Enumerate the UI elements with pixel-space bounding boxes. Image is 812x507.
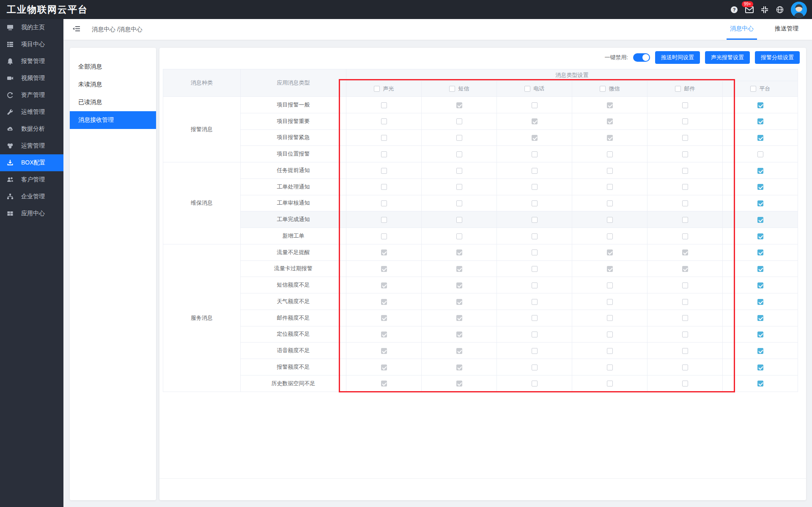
checkbox-checked[interactable] [757, 200, 763, 206]
checkbox-checked-disabled[interactable] [381, 332, 387, 337]
sidebar-item-12[interactable]: 应用中心 [0, 205, 63, 222]
checkbox-checked[interactable] [757, 118, 763, 124]
checkbox-unchecked[interactable] [381, 168, 387, 174]
sidebar-item-5[interactable]: 资产管理 [0, 87, 63, 104]
checkbox-unchecked[interactable] [532, 249, 538, 255]
checkbox-checked-disabled[interactable] [381, 282, 387, 288]
checkbox-checked[interactable] [757, 184, 763, 190]
sidebar-item-9[interactable]: BOX配置 [0, 154, 63, 171]
checkbox-unchecked[interactable] [607, 233, 613, 239]
checkbox-unchecked[interactable] [381, 135, 387, 141]
checkbox-unchecked[interactable] [532, 348, 538, 354]
checkbox-checked[interactable] [757, 135, 763, 141]
tab-2[interactable]: 推送管理 [771, 19, 802, 40]
checkbox-unchecked[interactable] [675, 86, 681, 92]
checkbox-unchecked[interactable] [607, 299, 613, 305]
checkbox-checked[interactable] [757, 332, 763, 337]
sidebar-item-10[interactable]: 客户管理 [0, 171, 63, 188]
checkbox-unchecked[interactable] [682, 118, 688, 124]
sidebar-item-6[interactable]: 运维管理 [0, 104, 63, 121]
checkbox-unchecked[interactable] [456, 184, 462, 190]
checkbox-checked-disabled[interactable] [456, 315, 462, 321]
checkbox-checked-disabled[interactable] [682, 249, 688, 255]
checkbox-checked[interactable] [757, 217, 763, 223]
sidebar-item-2[interactable]: 项目中心 [0, 36, 63, 53]
checkbox-unchecked[interactable] [532, 168, 538, 174]
checkbox-checked[interactable] [757, 282, 763, 288]
checkbox-unchecked[interactable] [682, 200, 688, 206]
checkbox-checked-disabled[interactable] [381, 266, 387, 272]
checkbox-unchecked[interactable] [532, 364, 538, 370]
checkbox-checked-disabled[interactable] [607, 118, 613, 124]
checkbox-unchecked[interactable] [607, 315, 613, 321]
checkbox-checked-disabled[interactable] [456, 364, 462, 370]
checkbox-unchecked[interactable] [374, 86, 380, 92]
checkbox-checked-disabled[interactable] [381, 249, 387, 255]
checkbox-checked[interactable] [757, 348, 763, 354]
help-icon[interactable]: ? [730, 5, 738, 14]
checkbox-unchecked[interactable] [381, 233, 387, 239]
checkbox-unchecked[interactable] [381, 151, 387, 157]
checkbox-unchecked[interactable] [532, 315, 538, 321]
sidebar-item-4[interactable]: 视频管理 [0, 70, 63, 87]
checkbox-unchecked[interactable] [532, 266, 538, 272]
toolbar-button-3[interactable]: 报警分组设置 [755, 51, 800, 64]
checkbox-unchecked[interactable] [682, 315, 688, 321]
checkbox-checked[interactable] [757, 315, 763, 321]
checkbox-unchecked[interactable] [682, 332, 688, 337]
message-menu-item-2[interactable]: 未读消息 [70, 76, 156, 93]
checkbox-unchecked[interactable] [449, 86, 455, 92]
disable-all-toggle[interactable] [633, 53, 650, 62]
checkbox-unchecked[interactable] [532, 299, 538, 305]
menu-fold-icon[interactable] [73, 26, 80, 33]
checkbox-checked[interactable] [757, 381, 763, 386]
checkbox-unchecked[interactable] [532, 184, 538, 190]
checkbox-unchecked[interactable] [682, 364, 688, 370]
sidebar-item-3[interactable]: 报警管理 [0, 53, 63, 70]
checkbox-checked-disabled[interactable] [607, 135, 613, 141]
checkbox-checked-disabled[interactable] [456, 266, 462, 272]
checkbox-unchecked[interactable] [381, 102, 387, 108]
checkbox-unchecked[interactable] [532, 282, 538, 288]
checkbox-checked-disabled[interactable] [381, 348, 387, 354]
checkbox-checked-disabled[interactable] [381, 381, 387, 386]
checkbox-unchecked[interactable] [456, 118, 462, 124]
sidebar-item-1[interactable]: 我的主页 [0, 19, 63, 36]
checkbox-checked-disabled[interactable] [682, 266, 688, 272]
checkbox-unchecked[interactable] [381, 184, 387, 190]
checkbox-checked-disabled[interactable] [607, 266, 613, 272]
checkbox-unchecked[interactable] [532, 381, 538, 386]
toolbar-button-1[interactable]: 推送时间设置 [655, 51, 700, 64]
checkbox-checked-disabled[interactable] [381, 315, 387, 321]
checkbox-unchecked[interactable] [456, 233, 462, 239]
checkbox-unchecked[interactable] [381, 200, 387, 206]
checkbox-unchecked[interactable] [456, 135, 462, 141]
checkbox-unchecked[interactable] [682, 381, 688, 386]
checkbox-unchecked[interactable] [456, 217, 462, 223]
checkbox-unchecked[interactable] [607, 282, 613, 288]
checkbox-unchecked[interactable] [750, 86, 756, 92]
globe-icon[interactable] [776, 5, 784, 14]
compress-icon[interactable] [760, 5, 769, 14]
sidebar-item-11[interactable]: 企业管理 [0, 188, 63, 205]
toolbar-button-2[interactable]: 声光报警设置 [705, 51, 750, 64]
mail-icon[interactable]: 99+ [745, 5, 754, 14]
message-menu-item-1[interactable]: 全部消息 [70, 58, 156, 76]
checkbox-unchecked[interactable] [456, 151, 462, 157]
checkbox-unchecked[interactable] [456, 168, 462, 174]
checkbox-checked-disabled[interactable] [607, 102, 613, 108]
checkbox-checked-disabled[interactable] [456, 282, 462, 288]
checkbox-unchecked[interactable] [682, 233, 688, 239]
checkbox-checked[interactable] [757, 249, 763, 255]
checkbox-unchecked[interactable] [524, 86, 530, 92]
checkbox-unchecked[interactable] [532, 233, 538, 239]
tab-1[interactable]: 消息中心 [727, 19, 757, 40]
checkbox-unchecked[interactable] [607, 200, 613, 206]
checkbox-checked-disabled[interactable] [456, 299, 462, 305]
checkbox-checked-disabled[interactable] [456, 332, 462, 337]
checkbox-unchecked[interactable] [607, 217, 613, 223]
checkbox-unchecked[interactable] [682, 151, 688, 157]
checkbox-unchecked[interactable] [607, 332, 613, 337]
checkbox-unchecked[interactable] [600, 86, 606, 92]
checkbox-checked-disabled[interactable] [456, 348, 462, 354]
